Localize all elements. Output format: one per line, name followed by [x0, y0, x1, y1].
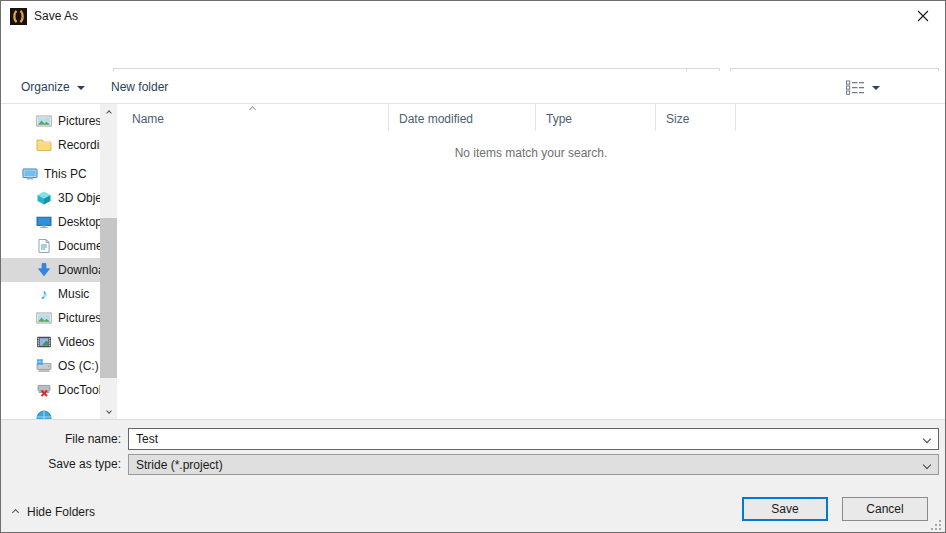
navigation-pane: Pictures Recordings This PC 3D Obje: [1, 104, 100, 419]
chevron-down-icon: [106, 408, 112, 414]
bottom-panel: File name: Save as type: Stride (*.proje…: [1, 419, 945, 533]
sidebar-item-documents[interactable]: Documents: [1, 234, 100, 258]
new-folder-button[interactable]: New folder: [111, 71, 168, 103]
save-as-dialog: Save As ← → ↑ This PC Downloads Test Fol…: [0, 0, 946, 533]
chevron-down-icon: [923, 435, 931, 443]
scroll-down-button[interactable]: [100, 402, 117, 419]
network-globe-icon: [36, 409, 52, 419]
navigation-bar: ← → ↑ This PC Downloads Test Folder Test…: [1, 32, 945, 71]
sidebar-item-3d-objects[interactable]: 3D Objects: [1, 186, 100, 210]
chevron-down-icon: [77, 86, 85, 90]
command-toolbar: Organize New folder ?: [1, 71, 945, 104]
pictures-icon: [36, 113, 52, 129]
chevron-down-icon: [872, 86, 880, 90]
desktop-icon: [36, 214, 52, 230]
views-button[interactable]: [846, 80, 880, 95]
organize-label: Organize: [21, 80, 70, 94]
new-folder-label: New folder: [111, 80, 168, 94]
hide-folders-button[interactable]: Hide Folders: [13, 504, 95, 520]
pictures-icon: [36, 310, 52, 326]
chevron-up-icon: [12, 508, 19, 515]
videos-icon: [36, 334, 52, 350]
file-name-dropdown-button[interactable]: [916, 429, 938, 449]
cancel-button-label: Cancel: [866, 502, 903, 516]
sidebar-item-label: This PC: [44, 167, 87, 181]
sidebar-item-label: Recordings: [58, 138, 100, 152]
os-drive-icon: [36, 358, 52, 374]
file-list: Name Date modified Type Size No items ma…: [117, 104, 945, 419]
column-header-date-modified[interactable]: Date modified: [389, 104, 536, 131]
sidebar-item-label: Downloads: [58, 263, 100, 277]
close-button[interactable]: [900, 1, 945, 31]
sidebar-item-this-pc[interactable]: This PC: [1, 162, 100, 186]
details-view-icon: [846, 80, 865, 95]
column-header-size[interactable]: Size: [656, 104, 736, 131]
save-as-type-dropdown[interactable]: Stride (*.project): [128, 454, 939, 475]
title-bar: Save As: [1, 1, 945, 32]
column-header-row: Name Date modified Type Size: [117, 104, 945, 131]
sidebar-scrollbar[interactable]: [100, 104, 117, 419]
sidebar-item-desktop[interactable]: Desktop: [1, 210, 100, 234]
chevron-up-icon: [106, 110, 112, 116]
music-note-icon: ♪: [36, 286, 52, 302]
this-pc-icon: [22, 166, 38, 182]
resize-grip[interactable]: [931, 520, 942, 531]
3d-objects-icon: [36, 190, 52, 206]
file-name-input[interactable]: [129, 431, 916, 447]
sidebar-item-doctools[interactable]: DocTools: [1, 378, 100, 402]
sidebar-item-pictures[interactable]: Pictures: [1, 306, 100, 330]
sidebar-item-label: Pictures: [58, 114, 100, 128]
sidebar-item-videos[interactable]: Videos: [1, 330, 100, 354]
sidebar-item-os-c[interactable]: OS (C:): [1, 354, 100, 378]
documents-icon: [36, 238, 52, 254]
sidebar-item-label: Desktop: [58, 215, 100, 229]
scrollbar-thumb[interactable]: [100, 218, 117, 378]
sidebar-item-label: 3D Objects: [58, 191, 100, 205]
column-header-type[interactable]: Type: [536, 104, 656, 131]
sidebar-item-label: DocTools: [58, 383, 100, 397]
sidebar-item-music[interactable]: ♪ Music: [1, 282, 100, 306]
save-button-label: Save: [771, 502, 798, 516]
sidebar-item-pictures-quick[interactable]: Pictures: [1, 109, 100, 133]
sidebar-item-label: Documents: [58, 239, 100, 253]
file-name-label: File name:: [1, 428, 121, 450]
sidebar-item-downloads[interactable]: Downloads: [1, 258, 100, 282]
save-as-type-value: Stride (*.project): [129, 458, 223, 472]
scroll-up-button[interactable]: [100, 104, 117, 121]
sidebar-item-label: Pictures: [58, 311, 100, 325]
save-as-type-dropdown-button[interactable]: [916, 455, 938, 474]
empty-results-message: No items match your search.: [117, 146, 945, 160]
save-button[interactable]: Save: [742, 497, 828, 521]
cancel-button[interactable]: Cancel: [842, 497, 928, 521]
organize-button[interactable]: Organize: [21, 71, 85, 103]
file-name-combobox: [128, 428, 939, 450]
folder-icon: [36, 137, 52, 153]
save-as-type-label: Save as type:: [1, 454, 121, 475]
close-icon: [917, 10, 929, 22]
chevron-down-icon: [923, 460, 931, 468]
window-title: Save As: [34, 1, 78, 32]
downloads-icon: [36, 262, 52, 278]
sidebar-item-recordings[interactable]: Recordings: [1, 133, 100, 157]
disconnected-drive-icon: [36, 382, 52, 398]
sidebar-item-label: Videos: [58, 335, 94, 349]
hide-folders-label: Hide Folders: [27, 505, 95, 519]
sidebar-item-network[interactable]: [1, 402, 100, 419]
sidebar-item-label: OS (C:): [58, 359, 99, 373]
app-icon: [10, 8, 27, 25]
sidebar-item-label: Music: [58, 287, 89, 301]
